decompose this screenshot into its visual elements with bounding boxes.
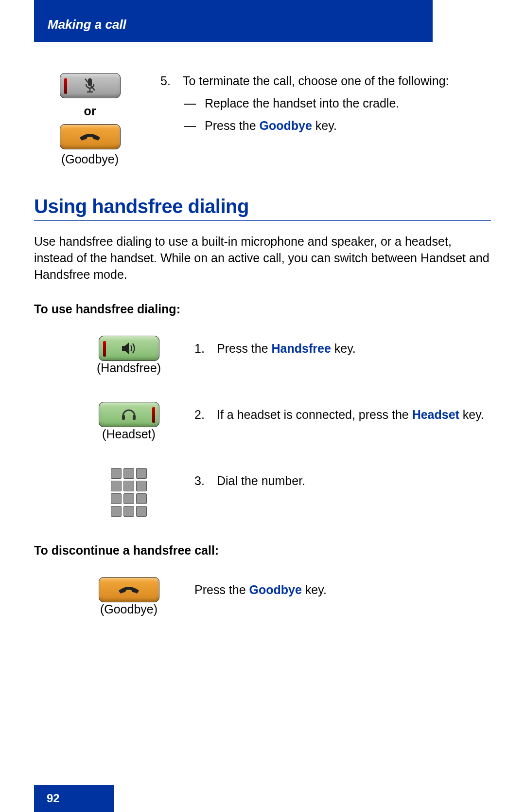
step5-number: 5. (160, 73, 174, 90)
handsfree-label: (Handsfree) (97, 361, 161, 375)
section-intro: Use handsfree dialing to use a built-in … (34, 234, 491, 283)
keypad-icon (111, 468, 147, 517)
goodbye-label: (Goodbye) (61, 152, 119, 166)
microphone-slash-icon (84, 77, 96, 94)
goodbye-key-icon-2 (99, 577, 159, 602)
handset-down-icon (78, 131, 102, 143)
speaker-icon (120, 341, 138, 356)
headset-icon (120, 407, 138, 422)
step1-text: Press the Handsfree key. (217, 341, 356, 357)
section-heading: Using handsfree dialing (34, 196, 491, 221)
step5-bullet-1-text: Replace the handset into the cradle. (205, 95, 399, 112)
step5-bullet-2-text: Press the Goodbye key. (205, 118, 337, 134)
step-headset: (Headset) 2. If a headset is connected, … (34, 402, 491, 441)
step-discontinue: (Goodbye) Press the Goodbye key. (34, 577, 491, 616)
step5-bullet-2: — Press the Goodbye key. (160, 118, 491, 134)
subheading-use: To use handsfree dialing: (34, 302, 491, 316)
step5-icon-column: or (Goodbye) (34, 68, 146, 166)
step3-number: 3. (194, 473, 208, 489)
mute-key-icon (60, 73, 121, 98)
headset-key-icon (99, 402, 159, 427)
goodbye-label-2: (Goodbye) (100, 602, 158, 616)
step5-text: 5. To terminate the call, choose one of … (160, 68, 491, 134)
page-header: Making a call (34, 0, 433, 42)
handset-down-icon (117, 584, 141, 595)
discontinue-text: Press the Goodbye key. (194, 583, 327, 596)
handsfree-key-icon (99, 336, 159, 361)
page-content: or (Goodbye) 5. To terminate the call, c… (34, 68, 491, 643)
svg-rect-4 (122, 415, 125, 420)
subheading-discontinue: To discontinue a handsfree call: (34, 543, 491, 558)
headset-label: (Headset) (102, 427, 156, 441)
step2-text: If a headset is connected, press the Hea… (217, 407, 484, 423)
step-dial: 3. Dial the number. (34, 468, 491, 517)
page-number: 92 (47, 792, 60, 805)
goodbye-key-icon (60, 124, 121, 149)
step2-number: 2. (194, 407, 208, 423)
or-label: or (84, 104, 96, 118)
step3-text: Dial the number. (217, 473, 305, 489)
step5-bullet-1: — Replace the handset into the cradle. (160, 95, 491, 112)
step5-row: or (Goodbye) 5. To terminate the call, c… (34, 68, 491, 166)
step5-lead: To terminate the call, choose one of the… (183, 73, 449, 90)
step1-number: 1. (194, 341, 208, 357)
svg-rect-5 (133, 415, 136, 420)
document-page: Making a call or (0, 0, 525, 812)
page-footer: 92 (34, 785, 114, 812)
header-title: Making a call (48, 17, 126, 32)
step-handsfree: (Handsfree) 1. Press the Handsfree key. (34, 336, 491, 375)
